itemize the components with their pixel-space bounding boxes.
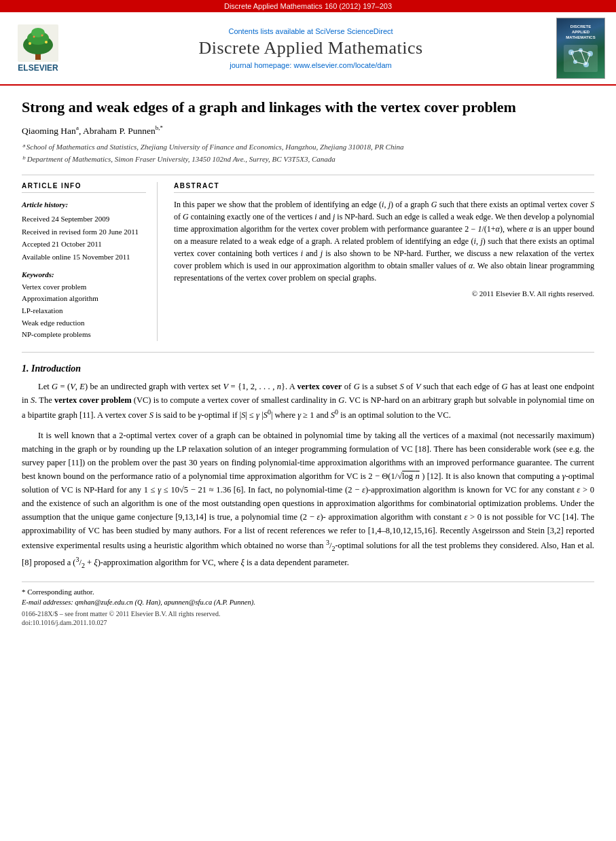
affiliations: ᵃ School of Mathematics and Statistics, … [22, 141, 594, 165]
article-title: Strong and weak edges of a graph and lin… [22, 98, 594, 118]
article-history: Article history: Received 24 September 2… [22, 198, 146, 263]
keywords-label: Keywords: [22, 270, 146, 279]
journal-title: Discrete Applied Mathematics [73, 38, 548, 58]
keyword-3: LP-relaxation [22, 305, 146, 317]
section-1-title: 1. Introduction [22, 363, 594, 374]
divider-2 [22, 352, 594, 353]
authors-line: Qiaoming Hana, Abraham P. Punnenb,* [22, 124, 594, 137]
abstract-column: ABSTRACT In this paper we show that the … [174, 182, 594, 340]
journal-cover-image: DISCRETEAPPLIEDMATHEMATICS [556, 18, 605, 79]
intro-para-2: It is well known that a 2-optimal vertex… [22, 429, 594, 571]
elsevier-logo-left: ELSEVIER [11, 24, 65, 73]
footer-area: * Corresponding author. E-mail addresses… [22, 581, 594, 626]
keyword-4: Weak edge reduction [22, 317, 146, 329]
svg-point-6 [45, 41, 48, 43]
affiliation-b: ᵇ Department of Mathematics, Simon Frase… [22, 155, 336, 163]
abstract-header: ABSTRACT [174, 182, 594, 193]
sciverse-link[interactable]: SciVerse ScienceDirect [315, 27, 393, 35]
intro-para-1: Let G = (V, E) be an undirected graph wi… [22, 380, 594, 422]
issn-line: 0166-218X/$ – see front matter © 2011 El… [22, 610, 594, 618]
copyright-line: © 2011 Elsevier B.V. All rights reserved… [174, 289, 594, 298]
keyword-2: Approximation algorithm [22, 293, 146, 305]
two-column-section: ARTICLE INFO Article history: Received 2… [22, 182, 594, 340]
journal-header-center: Contents lists available at SciVerse Sci… [73, 27, 548, 69]
available-date: Available online 15 November 2011 [22, 251, 146, 264]
keyword-5: NP-complete problems [22, 329, 146, 341]
footnote-email: E-mail addresses: qmhan@zufe.edu.cn (Q. … [22, 598, 594, 606]
abstract-text: In this paper we show that the problem o… [174, 198, 594, 284]
received-1: Received 24 September 2009 [22, 213, 146, 226]
svg-point-5 [29, 42, 31, 45]
divider-1 [22, 175, 594, 175]
main-content: Strong and weak edges of a graph and lin… [0, 86, 616, 639]
accepted-date: Accepted 21 October 2011 [22, 238, 146, 251]
affiliation-a: ᵃ School of Mathematics and Statistics, … [22, 143, 404, 151]
topbar-text: Discrete Applied Mathematics 160 (2012) … [224, 2, 392, 10]
history-label: Article history: [22, 198, 146, 211]
article-info-header: ARTICLE INFO [22, 182, 146, 193]
sciverse-line: Contents lists available at SciVerse Sci… [73, 27, 548, 35]
keyword-1: Vertex cover problem [22, 281, 146, 293]
journal-topbar: Discrete Applied Mathematics 160 (2012) … [0, 0, 616, 12]
svg-point-8 [41, 34, 43, 36]
doi-line: doi:10.1016/j.dam.2011.10.027 [22, 619, 594, 626]
journal-homepage: journal homepage: www.elsevier.com/locat… [73, 61, 548, 69]
article-info-column: ARTICLE INFO Article history: Received 2… [22, 182, 158, 340]
homepage-link[interactable]: www.elsevier.com/locate/dam [293, 61, 391, 69]
elsevier-tree-icon [18, 24, 58, 62]
svg-point-7 [33, 35, 35, 37]
elsevier-brand-text: ELSEVIER [18, 63, 58, 73]
footnote-star: * Corresponding author. [22, 588, 594, 596]
svg-line-17 [581, 50, 586, 65]
received-2: Received in revised form 20 June 2011 [22, 226, 146, 238]
keywords-section: Keywords: Vertex cover problem Approxima… [22, 270, 146, 341]
journal-header: ELSEVIER Contents lists available at Sci… [0, 12, 616, 86]
